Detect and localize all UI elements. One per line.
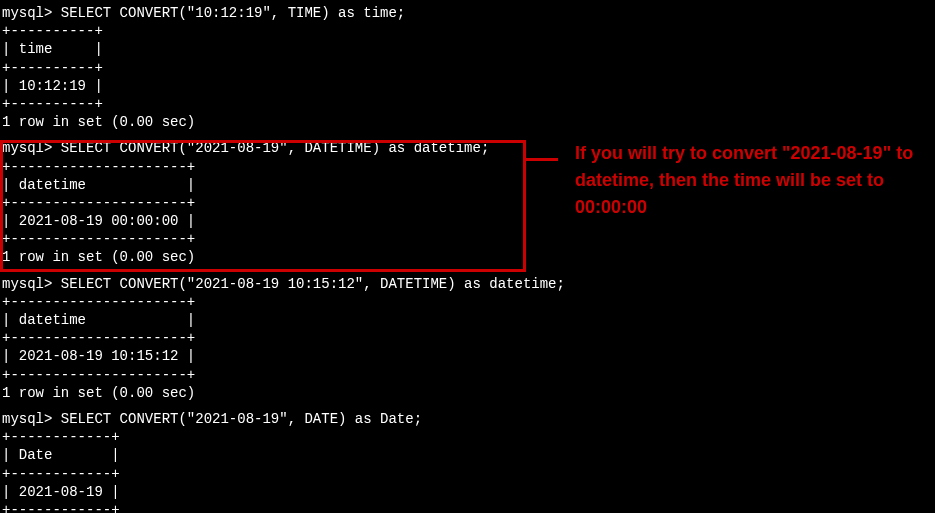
table-separator: +---------------------+ [0,230,935,248]
table-separator: +---------------------+ [0,293,935,311]
table-separator: +----------+ [0,22,935,40]
table-header: | time | [0,40,935,58]
table-row: | 10:12:19 | [0,77,935,95]
terminal-output: mysql> SELECT CONVERT("10:12:19", TIME) … [0,4,935,513]
table-row: | 2021-08-19 | [0,483,935,501]
table-header: | Date | [0,446,935,464]
table-row: | 2021-08-19 10:15:12 | [0,347,935,365]
sql-query-line: mysql> SELECT CONVERT("10:12:19", TIME) … [0,4,935,22]
sql-query-line: mysql> SELECT CONVERT("2021-08-19 10:15:… [0,275,935,293]
annotation-connector [526,158,558,161]
table-separator: +------------+ [0,501,935,513]
table-header: | datetime | [0,311,935,329]
table-separator: +------------+ [0,428,935,446]
table-separator: +---------------------+ [0,366,935,384]
result-summary: 1 row in set (0.00 sec) [0,113,935,131]
sql-query-line: mysql> SELECT CONVERT("2021-08-19", DATE… [0,410,935,428]
table-separator: +----------+ [0,95,935,113]
table-separator: +----------+ [0,59,935,77]
annotation-text: If you will try to convert "2021-08-19" … [575,140,915,221]
result-summary: 1 row in set (0.00 sec) [0,384,935,402]
result-summary: 1 row in set (0.00 sec) [0,248,935,266]
table-separator: +------------+ [0,465,935,483]
table-separator: +---------------------+ [0,329,935,347]
